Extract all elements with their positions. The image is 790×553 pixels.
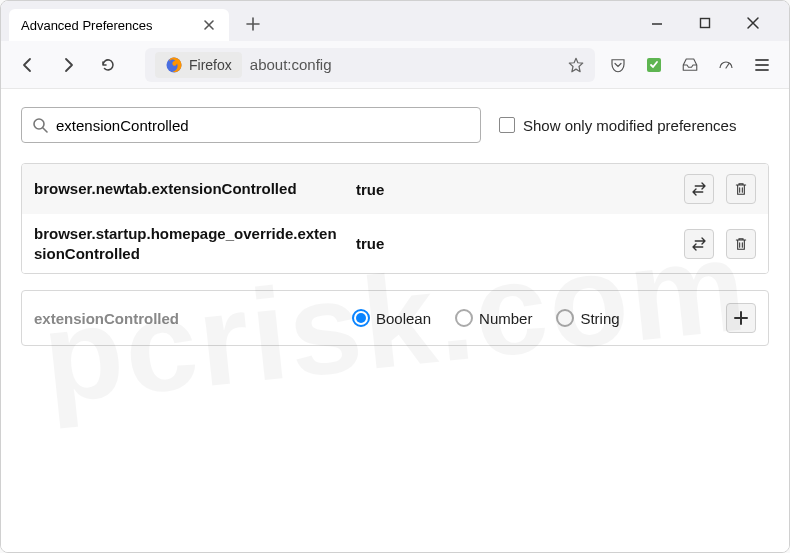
checkbox-label: Show only modified preferences [523, 117, 736, 134]
svg-rect-0 [701, 19, 710, 28]
preference-row: browser.startup.homepage_override.extens… [22, 214, 768, 273]
preference-row: browser.newtab.extensionControlled true [22, 164, 768, 214]
preference-value: true [356, 181, 672, 198]
radio-number[interactable]: Number [455, 309, 532, 327]
radio-string[interactable]: String [556, 309, 619, 327]
new-tab-button[interactable] [239, 10, 267, 38]
preference-name: browser.startup.homepage_override.extens… [34, 224, 344, 263]
toggle-button[interactable] [684, 229, 714, 259]
browser-tab[interactable]: Advanced Preferences [9, 9, 229, 41]
checkbox-icon [499, 117, 515, 133]
delete-button[interactable] [726, 229, 756, 259]
dashboard-icon[interactable] [709, 48, 743, 82]
close-window-button[interactable] [739, 9, 767, 37]
preference-search-box[interactable] [21, 107, 481, 143]
type-radio-group: Boolean Number String [352, 309, 718, 327]
inbox-icon[interactable] [673, 48, 707, 82]
menu-icon[interactable] [745, 48, 779, 82]
close-tab-icon[interactable] [201, 17, 217, 33]
preference-name: browser.newtab.extensionControlled [34, 179, 344, 199]
tab-bar: Advanced Preferences [1, 1, 789, 41]
maximize-button[interactable] [691, 9, 719, 37]
tab-title: Advanced Preferences [21, 18, 153, 33]
preference-list: browser.newtab.extensionControlled true … [21, 163, 769, 274]
radio-label: Number [479, 310, 532, 327]
browser-toolbar: Firefox about:config [1, 41, 789, 89]
radio-label: Boolean [376, 310, 431, 327]
radio-icon [556, 309, 574, 327]
radio-icon [455, 309, 473, 327]
pocket-icon[interactable] [601, 48, 635, 82]
bookmark-star-icon[interactable] [567, 56, 585, 74]
site-identity-label: Firefox [189, 57, 232, 73]
minimize-button[interactable] [643, 9, 671, 37]
reload-button[interactable] [91, 48, 125, 82]
back-button[interactable] [11, 48, 45, 82]
url-text: about:config [250, 56, 559, 73]
radio-boolean[interactable]: Boolean [352, 309, 431, 327]
preference-value: true [356, 235, 672, 252]
window-controls [643, 9, 781, 37]
new-preference-box: extensionControlled Boolean Number Strin… [21, 290, 769, 346]
site-identity[interactable]: Firefox [155, 52, 242, 78]
search-icon [32, 117, 48, 133]
radio-icon [352, 309, 370, 327]
extension-icon[interactable] [637, 48, 671, 82]
add-preference-button[interactable] [726, 303, 756, 333]
radio-label: String [580, 310, 619, 327]
toggle-button[interactable] [684, 174, 714, 204]
forward-button[interactable] [51, 48, 85, 82]
preference-search-input[interactable] [56, 117, 470, 134]
about-config-content: pcrisk.com Show only modified preference… [1, 89, 789, 552]
delete-button[interactable] [726, 174, 756, 204]
show-modified-checkbox[interactable]: Show only modified preferences [499, 117, 736, 134]
firefox-logo-icon [165, 56, 183, 74]
url-bar[interactable]: Firefox about:config [145, 48, 595, 82]
new-preference-name: extensionControlled [34, 310, 344, 327]
